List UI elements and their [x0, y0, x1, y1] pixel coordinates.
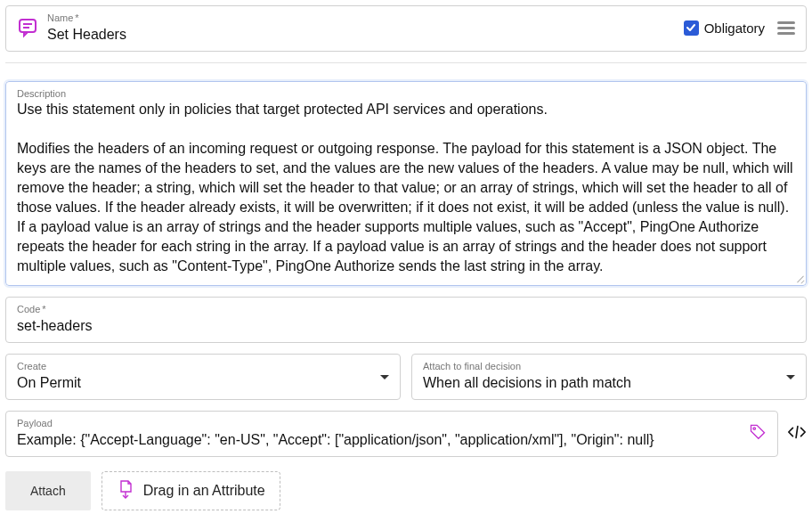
divider — [5, 62, 807, 63]
attach-to-value: When all decisions in path match — [423, 374, 779, 392]
attach-button[interactable]: Attach — [5, 471, 91, 510]
payload-field[interactable]: Payload Example: {"Accept-Language": "en… — [5, 411, 778, 457]
svg-line-4 — [796, 427, 798, 438]
checkbox-icon — [684, 20, 699, 36]
resize-handle-icon[interactable] — [795, 274, 804, 283]
description-value[interactable]: Use this statement only in policies that… — [17, 100, 795, 276]
description-label: Description — [17, 87, 795, 100]
statement-icon — [17, 17, 38, 38]
payload-label: Payload — [17, 417, 742, 429]
name-field[interactable]: Name* Set Headers Obligatory — [5, 5, 807, 52]
attach-to-select[interactable]: Attach to final decision When all decisi… — [411, 354, 807, 400]
chevron-down-icon — [786, 368, 795, 384]
create-select[interactable]: Create On Permit — [5, 354, 401, 400]
drag-attribute-zone[interactable]: Drag in an Attribute — [102, 471, 280, 510]
chevron-down-icon — [380, 368, 389, 384]
code-value[interactable]: set-headers — [17, 317, 795, 335]
svg-rect-0 — [20, 20, 36, 32]
obligatory-label: Obligatory — [704, 20, 765, 36]
attach-to-label: Attach to final decision — [423, 360, 779, 372]
code-field[interactable]: Code* set-headers — [5, 297, 807, 343]
svg-point-3 — [753, 428, 756, 430]
create-label: Create — [17, 360, 373, 372]
description-field[interactable]: Description Use this statement only in p… — [5, 81, 807, 286]
name-value[interactable]: Set Headers — [47, 26, 684, 44]
payload-value[interactable]: Example: {"Accept-Language": "en-US", "A… — [17, 431, 742, 449]
drag-handle-icon[interactable] — [777, 21, 795, 35]
attribute-drop-icon — [117, 479, 134, 502]
code-toggle-icon[interactable] — [787, 424, 807, 444]
tag-icon[interactable] — [749, 422, 767, 444]
obligatory-checkbox[interactable]: Obligatory — [684, 20, 765, 36]
code-label: Code* — [17, 303, 795, 315]
create-value: On Permit — [17, 374, 373, 392]
drag-hint-text: Drag in an Attribute — [143, 483, 265, 499]
name-label: Name* — [47, 12, 684, 24]
